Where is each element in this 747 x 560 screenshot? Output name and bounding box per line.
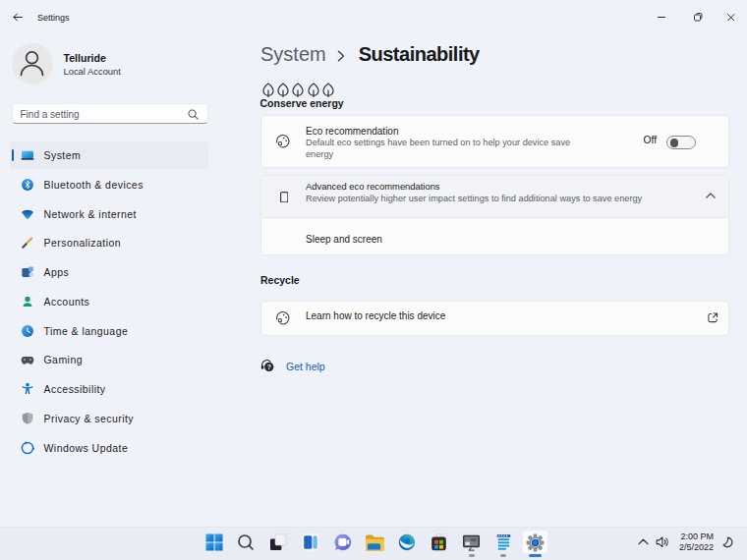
svg-text:?: ? <box>267 364 271 370</box>
